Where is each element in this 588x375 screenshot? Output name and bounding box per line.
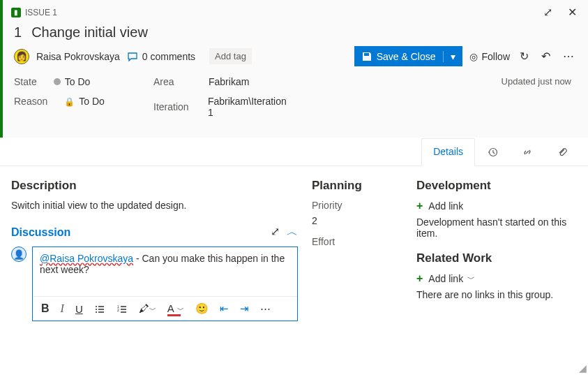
comments-button[interactable]: 0 comments — [127, 50, 195, 63]
svg-point-3 — [96, 311, 97, 313]
rich-text-toolbar: B I U 12 🖍﹀ A ﹀ 🙂 ⇤ ⇥ ⋯ — [33, 296, 297, 321]
development-empty-text: Development hasn't started on this item. — [416, 216, 577, 239]
save-button-label: Save & Close — [377, 51, 436, 62]
follow-button[interactable]: ◎ Follow — [469, 51, 510, 62]
assignee-avatar[interactable]: 👩 — [14, 49, 29, 64]
comment-mention[interactable]: @Raisa Pokrovskaya — [40, 253, 133, 264]
save-dropdown-chevron[interactable]: ▾ — [443, 51, 455, 62]
reason-value[interactable]: 🔒To Do — [64, 96, 105, 107]
state-label: State — [14, 76, 37, 87]
rte-underline-button[interactable]: U — [75, 303, 83, 315]
rte-numbered-list-button[interactable]: 12 — [116, 302, 128, 315]
comment-editor[interactable]: @Raisa Pokrovskaya - Can you make this h… — [32, 247, 298, 321]
save-icon — [361, 50, 372, 62]
related-add-link-button[interactable]: + Add link ﹀ — [416, 272, 577, 285]
more-actions-icon[interactable]: ⋯ — [560, 48, 577, 64]
development-add-link-button[interactable]: + Add link — [416, 200, 577, 212]
current-user-avatar: 👤 — [11, 247, 27, 262]
refresh-icon[interactable]: ↻ — [517, 48, 532, 64]
comment-icon — [127, 50, 138, 63]
follow-icon: ◎ — [469, 51, 478, 62]
tab-attachments[interactable] — [545, 138, 580, 166]
rte-font-color-button[interactable]: A ﹀ — [167, 302, 184, 315]
undo-icon[interactable]: ↶ — [538, 48, 553, 64]
svg-text:2: 2 — [117, 308, 119, 312]
svg-point-1 — [96, 306, 97, 307]
reason-label: Reason — [14, 96, 47, 107]
add-tag-button[interactable]: Add tag — [209, 48, 252, 64]
iteration-label: Iteration — [153, 101, 191, 112]
plus-icon: + — [416, 272, 423, 285]
iteration-value[interactable]: Fabrikam\Iteration 1 — [208, 96, 293, 118]
updated-timestamp: Updated just now — [293, 76, 577, 118]
discussion-heading: Discussion — [11, 226, 70, 239]
comments-count: 0 comments — [142, 51, 195, 62]
assignee-name[interactable]: Raisa Pokrovskaya — [36, 51, 120, 62]
issue-type-icon: ▮ — [11, 8, 21, 17]
chevron-down-icon: ﹀ — [467, 274, 475, 284]
rte-more-button[interactable]: ⋯ — [260, 302, 271, 315]
lock-icon: 🔒 — [64, 97, 75, 107]
close-icon[interactable]: ✕ — [565, 4, 580, 20]
rte-italic-button[interactable]: I — [61, 302, 64, 315]
rte-outdent-button[interactable]: ⇤ — [220, 302, 229, 315]
tab-links[interactable] — [510, 138, 545, 166]
tab-details[interactable]: Details — [421, 138, 475, 166]
issue-title[interactable]: Change initial view — [31, 24, 148, 41]
issue-type-label: ISSUE 1 — [25, 8, 57, 17]
rte-bold-button[interactable]: B — [41, 302, 50, 315]
description-heading: Description — [11, 179, 298, 193]
svg-point-2 — [96, 309, 97, 310]
save-and-close-button[interactable]: Save & Close ▾ — [354, 46, 462, 66]
related-empty-text: There are no links in this group. — [416, 289, 577, 300]
priority-value[interactable]: 2 — [312, 215, 402, 226]
discussion-expand-icon[interactable]: ⤢ — [271, 225, 280, 240]
area-value[interactable]: Fabrikam — [209, 76, 249, 87]
follow-label: Follow — [482, 51, 510, 62]
priority-label: Priority — [312, 200, 402, 211]
resize-grip-icon[interactable]: ◢ — [579, 362, 587, 374]
rte-indent-button[interactable]: ⇥ — [240, 302, 249, 315]
discussion-collapse-icon[interactable]: ︿ — [287, 225, 298, 240]
rte-highlight-button[interactable]: 🖍﹀ — [139, 302, 156, 315]
development-heading: Development — [416, 179, 577, 193]
rte-bullets-button[interactable] — [94, 302, 105, 315]
area-label: Area — [153, 76, 192, 87]
planning-heading: Planning — [312, 179, 402, 193]
related-work-heading: Related Work — [416, 251, 577, 265]
expand-icon[interactable]: ⤢ — [541, 4, 555, 20]
effort-label[interactable]: Effort — [312, 236, 402, 247]
rte-emoji-button[interactable]: 🙂 — [195, 302, 209, 315]
plus-icon: + — [416, 200, 423, 212]
tab-history[interactable] — [475, 138, 510, 166]
issue-id: 1 — [14, 24, 22, 41]
description-text[interactable]: Switch initial view to the updated desig… — [11, 200, 298, 211]
state-value[interactable]: To Do — [54, 76, 91, 87]
